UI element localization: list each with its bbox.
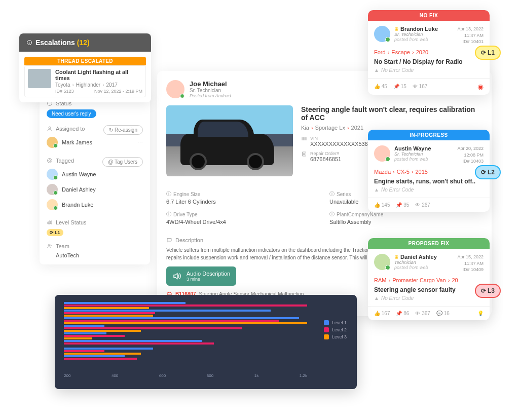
like-count[interactable]: 👍 167 — [374, 311, 390, 316]
level-chart: 2004006008001k1.2k Level 1 Level 2 Level… — [55, 295, 357, 389]
team-label: Team — [47, 243, 143, 249]
flag-icon[interactable]: ◉ — [477, 83, 484, 91]
audio-description-chip[interactable]: Audio Description3 mins — [166, 266, 236, 286]
view-count[interactable]: 👁 167 — [413, 84, 427, 89]
tag-users-button[interactable]: @ Tag Users — [102, 157, 143, 167]
avatar — [374, 254, 390, 270]
chat-icon — [166, 237, 172, 243]
ticket-header: PROPOSED FIX — [368, 238, 490, 249]
drive-spec: 4WD/4-Wheel Drive/4x4 — [166, 219, 319, 225]
level-icon — [47, 219, 53, 225]
bulb-icon[interactable]: 💡 — [477, 311, 484, 316]
escalations-header: Escalations (12) — [19, 33, 151, 52]
svg-point-2 — [49, 127, 51, 129]
tagged-label: Tagged — [47, 158, 74, 164]
tagged-user[interactable]: Brandn Luke — [47, 197, 143, 212]
escalations-widget: Escalations (12) THREAD ESCALATED Coolan… — [19, 33, 151, 102]
repair-order-value: 6876846851 — [310, 156, 341, 162]
ticket-inprogress[interactable]: IN-PROGRESS Austin Wayne Sr. Technician … — [368, 130, 490, 212]
ticket-title: No Start / No Display for Radio — [374, 58, 484, 65]
level-chip-l3: ⟳ L3 — [475, 284, 501, 298]
level-chip-l2: ⟳ L2 — [475, 165, 501, 179]
comment-count[interactable]: 💬 16 — [436, 311, 450, 316]
thread-escalated-badge: THREAD ESCALATED — [24, 57, 146, 65]
vehicle-image — [166, 105, 293, 176]
svg-point-3 — [48, 158, 52, 163]
ticket-header: IN-PROGRESS — [368, 130, 490, 140]
ticket-header: NO FIX — [368, 10, 490, 21]
no-error-text: ▲ No Error Code — [374, 67, 484, 73]
avatar — [47, 199, 58, 210]
assigned-label: Assigned to — [47, 126, 85, 132]
escalation-id: ID# 5123 — [55, 89, 74, 94]
breadcrumb: Ford› Escape› 2020 — [374, 49, 484, 55]
vehicle-thumbnail — [28, 69, 51, 88]
assigned-user[interactable]: Mark James⋯ — [47, 135, 143, 150]
team-value: AutoTech — [47, 252, 143, 258]
ticket-title: Engine starts, runs, won't shut off.. — [374, 178, 484, 185]
view-count[interactable]: 👁 367 — [415, 311, 430, 316]
escalation-icon — [26, 40, 32, 46]
svg-point-5 — [48, 245, 50, 246]
breadcrumb: Toyota› Highlander› 2017 — [55, 82, 142, 88]
avatar — [374, 26, 390, 42]
avatar — [47, 169, 58, 180]
level-chip-l1: ⟳ L1 — [475, 46, 501, 60]
author-avatar — [166, 80, 184, 98]
plant-spec: Saltillo Assembly — [329, 219, 483, 225]
crown-icon: ♛ — [394, 26, 399, 32]
sidebar: Status Need user's reply Assigned to ↻ R… — [40, 94, 150, 264]
issue-title: Steering angle fault won't clear, requir… — [301, 105, 483, 122]
pin-count[interactable]: 📌 35 — [396, 202, 409, 208]
status-badge: Need user's reply — [47, 109, 96, 118]
at-icon — [47, 158, 53, 164]
avatar — [47, 184, 58, 195]
like-count[interactable]: 👍 145 — [374, 202, 390, 208]
team-icon — [47, 243, 53, 249]
avatar — [374, 145, 390, 162]
svg-point-4 — [49, 160, 51, 162]
escalation-time: Nov 12, 2022 - 2:19 PM — [94, 89, 142, 94]
view-count[interactable]: 👁 267 — [415, 202, 430, 208]
crown-icon: ♛ — [394, 254, 399, 260]
escalation-item[interactable]: Coolant Light flashing at all times Toyo… — [24, 65, 146, 97]
tagged-user[interactable]: Austin Wayne — [47, 167, 143, 182]
like-count[interactable]: 👍 45 — [374, 84, 387, 89]
pin-count[interactable]: 📌 86 — [396, 311, 409, 316]
reassign-button[interactable]: ↻ Re-assign — [103, 125, 143, 135]
svg-point-6 — [50, 245, 52, 246]
ticket-nofix[interactable]: NO FIX ♛ Brandon Luke Sr. Technician pos… — [368, 10, 490, 95]
level-status-label: Level Status — [47, 219, 143, 225]
breadcrumb: RAM› Promaster Cargo Van› 20 — [374, 277, 484, 283]
chart-legend: Level 1 Level 2 Level 3 — [324, 320, 347, 341]
barcode-icon — [301, 136, 307, 142]
no-error-text: ▲ No Error Code — [374, 295, 484, 301]
ticket-title: Steering angle sensor faulty — [374, 286, 484, 293]
avatar — [47, 137, 58, 148]
ticket-proposed[interactable]: PROPOSED FIX ♛ Daniel Ashley Technician … — [368, 238, 490, 320]
no-error-text: ▲ No Error Code — [374, 187, 484, 193]
tagged-user[interactable]: Daniel Ashley — [47, 182, 143, 197]
escalation-title: Coolant Light flashing at all times — [55, 69, 142, 81]
user-icon — [47, 126, 53, 132]
document-icon — [301, 151, 307, 157]
pin-count[interactable]: 📌 15 — [393, 84, 406, 89]
level-badge: ⟳ L1 — [47, 229, 63, 236]
engine-spec: 6.7 Liter 6 Cylinders — [166, 199, 319, 205]
speaker-icon — [172, 272, 181, 281]
breadcrumb: Mazda› CX-5› 2015 — [374, 169, 484, 175]
vin-value: XXXXXXXXXXXXX5367 — [310, 141, 371, 147]
